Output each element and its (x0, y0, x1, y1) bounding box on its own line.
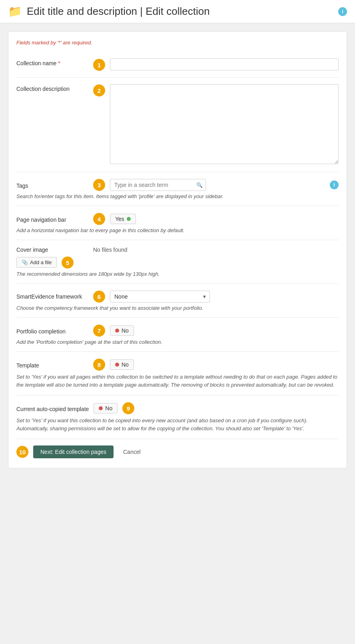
template-help: Set to 'Yes' if you want all pages withi… (16, 373, 339, 389)
smart-row: SmartEvidence framework 6 None ▼ (16, 290, 339, 303)
page-nav-toggle[interactable]: Yes (110, 214, 136, 224)
collection-name-label: Collection name * (16, 58, 88, 66)
step-badge-7: 7 (93, 325, 105, 337)
submit-button[interactable]: Next: Edit collection pages (33, 445, 114, 458)
step-badge-4: 4 (93, 213, 105, 225)
add-file-row: 📎 Add a file 5 (16, 256, 339, 269)
page-nav-value: Yes (115, 216, 124, 222)
cover-image-help: The recommended dimensions are 180px wid… (16, 271, 339, 277)
page-nav-dot (127, 217, 131, 221)
folder-icon: 📁 (8, 5, 22, 18)
tags-search-wrapper: 🔍 (110, 179, 206, 191)
no-files-text: No files found (93, 247, 128, 253)
required-note: Fields marked by '*' are required. (16, 40, 339, 46)
template-section: Template 8 No Set to 'Yes' if you want a… (16, 352, 339, 395)
required-star: * (58, 60, 60, 66)
page-header: 📁 Edit title and description | Edit coll… (0, 0, 355, 23)
cover-image-label: Cover image (16, 247, 88, 253)
paperclip-icon: 📎 (22, 259, 28, 265)
page-nav-help: Add a horizontal navigation bar to every… (16, 227, 339, 233)
auto-copied-row: Current auto-copied template No 9 (16, 402, 339, 414)
portfolio-completion-label: Portfolio completion (16, 327, 88, 335)
template-dot (115, 363, 119, 367)
tags-label: Tags (16, 181, 88, 189)
add-file-button[interactable]: 📎 Add a file (16, 257, 57, 268)
tags-section: Tags 3 🔍 i Search for/enter tags for thi… (16, 172, 339, 206)
portfolio-completion-toggle[interactable]: No (110, 325, 134, 336)
tags-row: Tags 3 🔍 i (16, 179, 339, 191)
portfolio-completion-help: Add the 'Portfolio completion' page at t… (16, 339, 339, 345)
smart-evidence-section: SmartEvidence framework 6 None ▼ Choose … (16, 284, 339, 318)
auto-copied-help: Set to 'Yes' if you want this collection… (16, 417, 339, 432)
page-nav-label: Page navigation bar (16, 215, 88, 223)
portfolio-completion-value: No (122, 327, 129, 334)
tags-help-text: Search for/enter tags for this item. Ite… (16, 193, 339, 199)
portfolio-completion-row: Portfolio completion 7 No (16, 324, 339, 337)
cancel-button[interactable]: Cancel (118, 445, 146, 458)
collection-name-row: Collection name * 1 (16, 52, 339, 78)
tags-search-input[interactable] (110, 179, 206, 191)
collection-name-input[interactable] (110, 58, 339, 70)
cover-image-section: Cover image No files found 📎 Add a file … (16, 240, 339, 284)
collection-description-control (110, 84, 339, 165)
footer-row: 10 Next: Edit collection pages Cancel (16, 439, 339, 460)
template-toggle[interactable]: No (110, 359, 134, 370)
portfolio-dot (115, 329, 119, 333)
smart-evidence-select[interactable]: None (110, 291, 210, 303)
header-info-icon[interactable]: i (338, 7, 347, 16)
auto-copied-section: Current auto-copied template No 9 Set to… (16, 395, 339, 439)
step-badge-3: 3 (93, 179, 105, 191)
search-icon: 🔍 (196, 182, 203, 188)
template-row: Template 8 No (16, 358, 339, 371)
smart-evidence-help: Choose the competency framework that you… (16, 305, 339, 311)
page-title: Edit title and description | Edit collec… (27, 5, 333, 18)
tags-info-icon[interactable]: i (330, 181, 339, 189)
collection-description-row: Collection description 2 (16, 78, 339, 172)
step-badge-6: 6 (93, 291, 105, 303)
auto-copied-value: No (105, 405, 112, 411)
auto-copied-label: Current auto-copied template (16, 404, 89, 412)
add-file-label: Add a file (30, 259, 52, 265)
smart-evidence-select-wrapper: None ▼ (110, 291, 210, 303)
step-badge-8: 8 (93, 359, 105, 371)
step-badge-1: 1 (93, 59, 105, 71)
page-nav-section: Page navigation bar 4 Yes Add a horizont… (16, 206, 339, 240)
step-badge-10: 10 (16, 446, 28, 458)
page-wrapper: 📁 Edit title and description | Edit coll… (0, 0, 355, 468)
page-nav-row: Page navigation bar 4 Yes (16, 213, 339, 225)
collection-description-textarea[interactable] (110, 84, 339, 164)
portfolio-completion-section: Portfolio completion 7 No Add the 'Portf… (16, 318, 339, 352)
collection-description-label: Collection description (16, 84, 88, 92)
step-badge-5: 5 (62, 257, 74, 269)
step-badge-9: 9 (122, 402, 134, 414)
collection-name-control (110, 58, 339, 70)
smart-evidence-label: SmartEvidence framework (16, 293, 88, 300)
cover-header-row: Cover image No files found (16, 247, 339, 253)
template-value: No (122, 361, 129, 368)
auto-copied-toggle[interactable]: No (94, 403, 118, 413)
form-container: Fields marked by '*' are required. Colle… (8, 31, 347, 468)
step-badge-2: 2 (93, 84, 105, 96)
auto-copied-dot (99, 406, 103, 410)
template-label: Template (16, 361, 88, 369)
